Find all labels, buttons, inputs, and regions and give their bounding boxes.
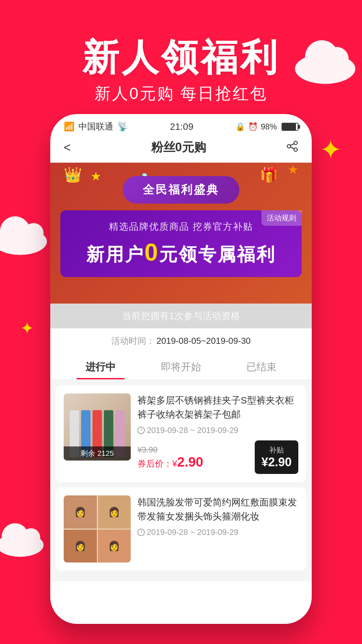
status-bar: 📶 中国联通 📡 21:09 🔒 ⏰ 98% (50, 114, 312, 136)
product-date-2: 2019-09-28 ~ 2019-09-29 (137, 528, 298, 537)
festival-badge-text: 全民福利盛典 (143, 183, 219, 196)
carrier-name: 中国联通 (78, 121, 113, 132)
promo-box: 活动规则 精选品牌优质商品 挖券官方补贴 新用户0元领专属福利 (60, 210, 302, 277)
promo-subtitle: 精选品牌优质商品 挖券官方补贴 (70, 220, 292, 233)
product-card-1[interactable]: 剩余 2125 裤架多层不锈钢裤挂夹子S型裤夹衣柜裤子收纳衣架裤架子包邮 201… (56, 385, 306, 482)
wifi-icon: 📡 (117, 121, 128, 132)
svg-line-3 (291, 144, 294, 145)
sparkle-icon-2: ✦ (20, 319, 34, 338)
clock-icon-2 (137, 529, 145, 536)
activity-time-label: 活动时间： (111, 336, 155, 346)
back-button[interactable]: < (64, 141, 71, 155)
phone-mockup: 📶 中国联通 📡 21:09 🔒 ⏰ 98% < 粉丝0元购 (50, 114, 312, 624)
product-image-2: 👩 👩 👩 👩 (64, 495, 131, 562)
banner: 👑 ★ 🎁 ★ ✂ 🪙 💍 全民福利盛典 活动规则 精选品牌优质商品 挖券官方补… (50, 163, 312, 304)
signal-icon: 📶 (64, 121, 74, 132)
tab-ended[interactable]: 已结束 (221, 360, 302, 379)
deco-crown: 👑 (64, 166, 82, 183)
product-info-1: 裤架多层不锈钢裤挂夹子S型裤夹衣柜裤子收纳衣架裤架子包邮 2019-09-28 … (137, 393, 298, 474)
promo-main-text: 新用户0元领专属福利 (70, 238, 292, 267)
product-date-1: 2019-09-28 ~ 2019-09-29 (137, 426, 298, 435)
hero-section: 新人领福利 新人0元购 每日抢红包 (0, 0, 362, 127)
lock-icon: 🔒 (235, 122, 245, 131)
promo-zero: 0 (144, 239, 159, 266)
share-button[interactable] (286, 140, 298, 155)
remaining-badge-1: 剩余 2125 (64, 446, 131, 461)
coupon-price-1: 券后价：¥2.90 (137, 454, 203, 470)
festival-badge: 全民福利盛典 (123, 176, 239, 204)
tab-ongoing[interactable]: 进行中 (60, 360, 141, 379)
women-photo-3: 👩 (64, 530, 97, 563)
svg-line-4 (291, 147, 294, 149)
activity-rules-label[interactable]: 活动规则 (261, 210, 302, 226)
tabs: 进行中 即将开始 已结束 (50, 354, 312, 380)
status-time: 21:09 (170, 121, 193, 132)
battery-percent: 98% (261, 122, 277, 131)
sparkle-icon-1: ✦ (319, 134, 342, 165)
promo-prefix: 新用户 (86, 244, 144, 264)
deco-star-right: ★ (288, 163, 298, 177)
alarm-icon: ⏰ (248, 122, 258, 131)
product-title-2: 韩国洗脸发带可爱简约网红敷面膜束发带发箍女发捆头饰头箍潮化妆 (137, 495, 298, 524)
content-area[interactable]: 👑 ★ 🎁 ★ ✂ 🪙 💍 全民福利盛典 活动规则 精选品牌优质商品 挖券官方补… (50, 163, 312, 615)
hero-subtitle: 新人0元购 每日抢红包 (95, 83, 267, 104)
product-title-1: 裤架多层不锈钢裤挂夹子S型裤夹衣柜裤子收纳衣架裤架子包邮 (137, 393, 298, 422)
women-photo-2: 👩 (98, 495, 131, 529)
women-photo-4: 👩 (98, 530, 131, 563)
svg-point-1 (287, 145, 291, 148)
cloud-decoration-bottom-left (0, 533, 44, 557)
status-left: 📶 中国联通 📡 (64, 121, 128, 132)
activity-time-value: 2019-08-05~2019-09-30 (157, 336, 251, 346)
original-price-1: ¥3.90 (137, 445, 203, 454)
page-title: 粉丝0元购 (151, 139, 206, 156)
activity-info: 当前您拥有1次参与活动资格 (50, 304, 312, 328)
nav-bar: < 粉丝0元购 (50, 136, 312, 163)
women-photo-1: 👩 (64, 495, 97, 529)
svg-point-0 (294, 141, 297, 145)
hero-title: 新人领福利 (82, 37, 280, 77)
activity-tip-text: 当前您拥有1次参与活动资格 (122, 311, 240, 321)
product-price-row-1: ¥3.90 券后价：¥2.90 补贴 ¥2.90 (137, 440, 298, 474)
activity-time: 活动时间： 2019-08-05~2019-09-30 (50, 328, 312, 354)
promo-suffix: 元领专属福利 (159, 244, 276, 264)
deco-gift: 🎁 (260, 166, 278, 183)
svg-point-2 (294, 148, 297, 151)
status-right: 🔒 ⏰ 98% (235, 122, 298, 131)
product-card-2[interactable]: 👩 👩 👩 👩 韩国洗脸发带可爱简约网红敷面膜束发带发箍女发捆头饰头箍潮化妆 2… (56, 487, 306, 571)
price-section-1: ¥3.90 券后价：¥2.90 (137, 445, 203, 470)
product-info-2: 韩国洗脸发带可爱简约网红敷面膜束发带发箍女发捆头饰头箍潮化妆 2019-09-2… (137, 495, 298, 562)
subsidy-button-1[interactable]: 补贴 ¥2.90 (255, 440, 298, 474)
deco-star-left: ★ (90, 169, 101, 183)
product-image-1: 剩余 2125 (64, 393, 131, 461)
cloud-decoration-left (0, 228, 47, 255)
product-list: 剩余 2125 裤架多层不锈钢裤挂夹子S型裤夹衣柜裤子收纳衣架裤架子包邮 201… (50, 380, 312, 581)
battery-icon (282, 123, 298, 131)
clock-icon-1 (137, 427, 145, 434)
tab-upcoming[interactable]: 即将开始 (141, 360, 221, 379)
